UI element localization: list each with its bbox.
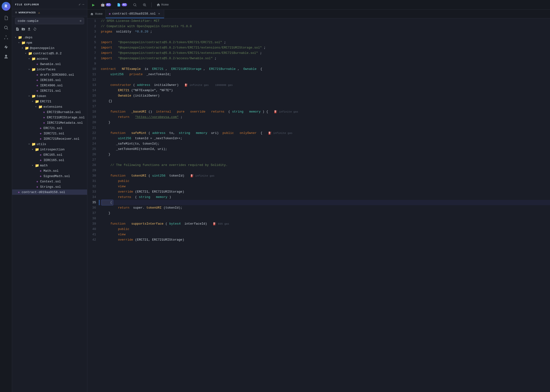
code-token: to, — [167, 131, 177, 136]
code-token: ; — [215, 56, 217, 61]
tab-contract[interactable]: ◈ contract-d019aa9158.sol ✕ — [106, 10, 164, 18]
tree-item-ierc721sol[interactable]: ▾ ◈ IERC721.sol — [12, 131, 87, 136]
tree-label: math — [40, 164, 48, 167]
activity-plugins[interactable] — [2, 52, 10, 61]
svg-marker-5 — [4, 45, 8, 49]
arrow-icon[interactable]: → — [82, 2, 84, 7]
activity-search[interactable] — [2, 23, 10, 32]
upload-btn[interactable] — [27, 27, 32, 33]
code-token: ( — [226, 109, 230, 114]
code-content[interactable]: // SPDX-License-Identifier: MIT // Compa… — [99, 18, 550, 392]
zoom-btn[interactable] — [141, 2, 148, 8]
tree-item-ierc721receiver[interactable]: ▾ ◈ IERC721Receiver.sol — [12, 136, 87, 141]
code-token: () — [148, 109, 154, 114]
code-token: ; — [224, 40, 226, 45]
code-line-26: } — [99, 152, 550, 157]
ai-btn-1[interactable]: 🤖 AI — [99, 2, 113, 8]
tree-label: token — [37, 94, 46, 98]
tree-item-context[interactable]: ▾ ◈ Context.sol — [12, 179, 87, 184]
tree-item-ierc165[interactable]: ▾ ◈ IERC165.sol — [12, 77, 87, 83]
tree-item-introspection[interactable]: ▾ 📁 introspection — [12, 147, 87, 152]
main-content: ▶ 🤖 AI AI Home Home ◈ contract-d019aa — [87, 0, 550, 392]
tree-item-extensions[interactable]: ▾ 📁 extensions — [12, 104, 87, 109]
code-token: tokenId = _nextTokenId++; — [133, 136, 182, 141]
tree-item-utils[interactable]: ▾ 📁 utils — [12, 141, 87, 147]
tree-item-ownable[interactable]: ▾ ◈ Ownable.sol — [12, 61, 87, 67]
tree-item-erc721burnable[interactable]: ▾ ◈ ERC721Burnable.sol — [12, 109, 87, 115]
tree-item-deps[interactable]: ▾ 📁 .deps — [12, 35, 87, 40]
tree-item-erc721sol[interactable]: ▾ ◈ ERC721.sol — [12, 125, 87, 131]
tree-item-strings[interactable]: ▾ ◈ Strings.sol — [12, 184, 87, 189]
activity-files[interactable] — [2, 14, 10, 22]
tree-item-signedmath[interactable]: ▾ ◈ SignedMath.sol — [12, 173, 87, 179]
code-line-3: pragma solidity ^0.8.20 ; — [99, 29, 550, 34]
code-token: address — [137, 82, 150, 88]
code-token: import — [101, 40, 112, 45]
code-line-9 — [99, 61, 550, 66]
tree-item-npm[interactable]: ▾ 📁 npm — [12, 40, 87, 45]
code-token: interfaceId) — [183, 221, 207, 227]
tree-item-ierc165-utils[interactable]: ▾ ◈ IERC165.sol — [12, 157, 87, 163]
solidity-icon: ◈ — [36, 73, 38, 77]
code-token: "@openzeppelin/contracts@5.0.2/token/ERC… — [118, 50, 258, 56]
folder-icon: 📁 — [32, 142, 36, 146]
search-btn[interactable] — [131, 2, 139, 8]
tree-item-ierc721metadata[interactable]: ▾ ◈ IERC721Metadata.sol — [12, 120, 87, 125]
sidebar-title: FILE EXPLORER — [15, 3, 39, 6]
tree-label: npm — [26, 41, 32, 45]
code-token — [118, 66, 120, 72]
code-token: ERC721Burnable — [209, 66, 235, 72]
code-token: address — [152, 131, 166, 136]
code-token: initialOwner) — [152, 82, 178, 88]
ai-btn-2[interactable]: AI — [115, 2, 129, 8]
tree-item-token[interactable]: ▾ 📁 token — [12, 93, 87, 99]
run-button[interactable]: ▶ — [90, 1, 97, 8]
code-token: solidity — [114, 29, 133, 34]
tree-item-erc721-folder[interactable]: ▾ 📁 ERC721 — [12, 99, 87, 104]
code-token — [126, 72, 128, 77]
code-token: string — [139, 195, 150, 200]
tree-item-draft-ierc6093[interactable]: ▾ ◈ draft-IERC6093.sol — [12, 72, 87, 77]
folder-icon: 📁 — [18, 35, 22, 40]
tree-item-contract-main[interactable]: ▾ ◈ contract-d019aa9158.sol ✎ 🗑 — [12, 189, 87, 195]
line-num: 13 — [91, 82, 96, 88]
editor-area[interactable]: 1 2 3 4 5 6 7 8 9 10 11 12 13 14 15 16 1… — [87, 18, 550, 392]
tree-item-erc721uristorage[interactable]: ▾ ◈ ERC721URIStorage.sol — [12, 115, 87, 120]
tree-item-math[interactable]: ▾ 📁 math — [12, 163, 87, 168]
code-line-8: import "@openzeppelin/contracts@5.0.2/ac… — [99, 56, 550, 61]
tree-item-contracts[interactable]: ▾ 📁 contracts@5.0.2 — [12, 51, 87, 56]
tree-label: IERC4906.sol — [40, 84, 63, 87]
tree-item-interfaces[interactable]: ▾ 📁 interfaces — [12, 67, 87, 72]
line-num: 39 — [91, 221, 96, 227]
tree-item-access[interactable]: ▾ 📁 access — [12, 56, 87, 61]
tree-label: ERC721.sol — [43, 126, 62, 130]
code-token: public — [118, 227, 129, 232]
tree-item-erc165-utils[interactable]: ▾ ◈ ERC165.sol — [12, 152, 87, 157]
tree-item-ierc721-int[interactable]: ▾ ◈ IERC721.sol — [12, 88, 87, 93]
tree-item-ierc4906[interactable]: ▾ ◈ IERC4906.sol — [12, 83, 87, 88]
activity-deploy[interactable] — [2, 43, 10, 51]
code-line-38 — [99, 216, 550, 221]
tab-close-icon[interactable]: ✕ — [157, 12, 161, 16]
tree-item-mathsol[interactable]: ▾ ◈ Math.sol — [12, 168, 87, 173]
checkmark-icon[interactable]: ✓ — [79, 2, 81, 7]
code-token: view — [118, 232, 125, 237]
chevron-down-icon: ▾ — [31, 100, 34, 103]
activity-git[interactable] — [2, 33, 10, 42]
code-token — [101, 88, 116, 93]
new-file-btn[interactable] — [15, 27, 20, 33]
home-tab-btn[interactable]: Home — [154, 2, 171, 8]
gas-hint: ⛽ infinite gas — [274, 109, 298, 114]
refresh-btn[interactable] — [32, 27, 37, 33]
toolbar-separator — [151, 2, 152, 7]
solidity-icon: ◈ — [36, 180, 38, 183]
tree-item-openzeppelin[interactable]: ▾ 📁 @openzeppelin — [12, 45, 87, 51]
line-num: 23 — [91, 136, 96, 141]
workspace-dropdown[interactable]: code-sample ⊙ — [15, 18, 84, 24]
code-token: (tokenId); — [163, 205, 182, 211]
code-token — [152, 195, 154, 200]
new-folder-btn[interactable] — [21, 27, 26, 33]
menu-icon[interactable]: ≡ — [15, 11, 17, 15]
solidity-icon: ◈ — [43, 116, 45, 119]
tab-home[interactable]: Home — [87, 10, 106, 18]
